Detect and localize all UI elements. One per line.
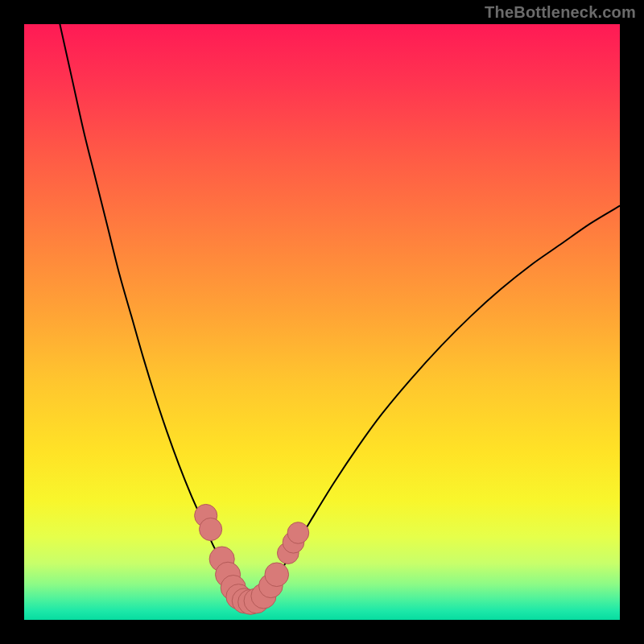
plot-area	[24, 24, 620, 620]
gradient-background	[24, 24, 620, 620]
watermark-text: TheBottleneck.com	[485, 3, 636, 22]
marker-right-upper-c	[287, 522, 309, 544]
marker-right-lower-b	[265, 563, 289, 587]
marker-left-upper-pair-b	[200, 518, 222, 540]
chart-stage: TheBottleneck.com	[0, 0, 644, 644]
plot-svg	[24, 24, 620, 620]
